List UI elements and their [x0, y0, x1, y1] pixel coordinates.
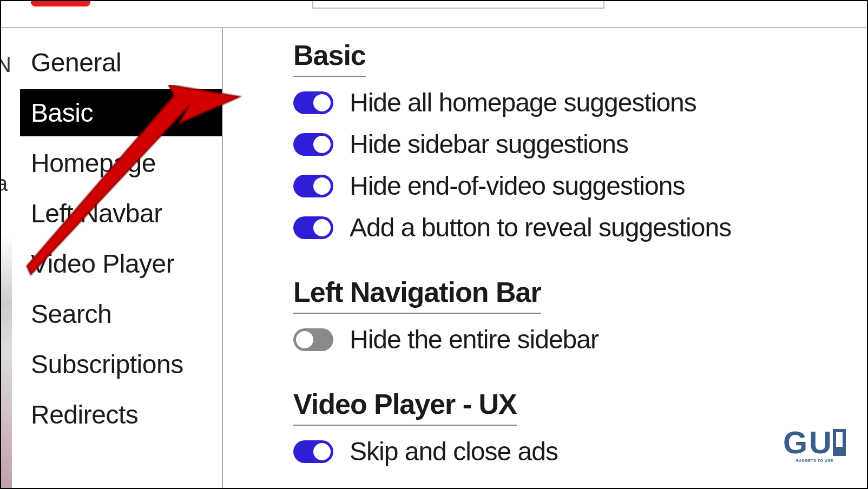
toggle-row-hide-homepage: Hide all homepage suggestions: [293, 88, 867, 117]
sidebar-item-homepage[interactable]: Homepage: [20, 140, 222, 187]
svg-text:GADGETS TO USE: GADGETS TO USE: [795, 459, 833, 462]
toggle-hide-sidebar-suggestions[interactable]: [293, 133, 333, 156]
toggle-row-hide-entire-sidebar: Hide the entire sidebar: [293, 325, 867, 354]
sidebar-item-video-player[interactable]: Video Player: [20, 240, 222, 287]
toggle-hide-homepage[interactable]: [293, 91, 333, 114]
toggle-row-add-reveal-button: Add a button to reveal suggestions: [293, 213, 867, 242]
section-title-leftnav: Left Navigation Bar: [293, 276, 541, 314]
watermark: G U GADGETS TO USE: [783, 426, 848, 466]
toggle-row-hide-sidebar-suggestions: Hide sidebar suggestions: [293, 129, 867, 159]
section-title-videoplayer: Video Player - UX: [293, 388, 517, 426]
svg-rect-4: [834, 447, 844, 454]
settings-content: Basic Hide all homepage suggestions Hide…: [223, 28, 867, 488]
toggle-label: Hide all homepage suggestions: [350, 88, 696, 117]
sidebar-item-search[interactable]: Search: [20, 290, 222, 338]
toggle-add-reveal-button[interactable]: [293, 216, 333, 239]
search-input[interactable]: [312, 0, 604, 9]
top-bar: [1, 1, 867, 28]
youtube-logo-icon[interactable]: [31, 0, 90, 6]
svg-text:G: G: [783, 426, 807, 460]
toggle-skip-ads[interactable]: [293, 440, 333, 463]
sidebar-item-redirects[interactable]: Redirects: [20, 391, 222, 438]
sidebar-item-left-navbar[interactable]: Left Navbar: [20, 190, 222, 237]
section-title-basic: Basic: [293, 39, 366, 77]
toggle-label: Skip and close ads: [350, 437, 558, 466]
toggle-hide-endvideo[interactable]: [293, 175, 333, 197]
toggle-label: Hide end-of-video suggestions: [350, 171, 685, 201]
toggle-row-hide-endvideo: Hide end-of-video suggestions: [293, 171, 867, 201]
toggle-label: Add a button to reveal suggestions: [350, 213, 731, 242]
toggle-label: Hide sidebar suggestions: [350, 129, 628, 159]
toggle-row-skip-ads: Skip and close ads: [293, 437, 867, 466]
toggle-hide-entire-sidebar[interactable]: [293, 328, 333, 351]
sidebar-item-general[interactable]: General: [20, 39, 222, 86]
background-edge: N a: [1, 28, 12, 488]
toggle-label: Hide the entire sidebar: [350, 325, 599, 354]
sidebar-item-basic[interactable]: Basic: [20, 89, 222, 136]
sidebar-item-subscriptions[interactable]: Subscriptions: [20, 341, 222, 388]
sidebar: General Basic Homepage Left Navbar Video…: [12, 28, 223, 488]
svg-text:U: U: [809, 426, 832, 460]
